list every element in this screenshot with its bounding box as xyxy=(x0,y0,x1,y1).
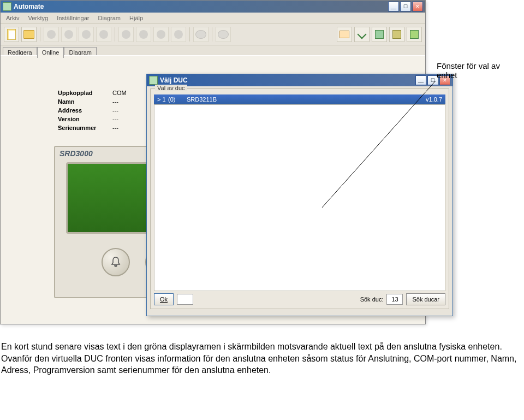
status-value-address: --- xyxy=(112,107,151,114)
callout-text: Fönster för val av enhet xyxy=(437,61,519,80)
app-title: Automate xyxy=(14,3,388,10)
toolbar-right-3[interactable] xyxy=(372,27,387,42)
toolbar-disabled-8 xyxy=(171,27,186,42)
dialog-icon xyxy=(149,76,158,85)
minimize-button[interactable]: __ xyxy=(388,2,399,11)
toolbar-separator xyxy=(40,27,40,42)
menu-arkiv[interactable]: Arkiv xyxy=(3,14,22,22)
status-label-version: Version xyxy=(58,116,112,122)
status-label-namn: Namn xyxy=(58,98,112,105)
maximize-button[interactable]: ☐ xyxy=(400,2,411,11)
status-label-address: Address xyxy=(58,107,112,114)
toolbar-right-5[interactable] xyxy=(407,27,422,42)
toolbar xyxy=(1,24,425,45)
open-button[interactable] xyxy=(21,27,37,42)
bell-icon xyxy=(109,256,122,269)
toolbar-separator xyxy=(115,27,115,42)
app-icon xyxy=(3,2,11,11)
titlebar: Automate __ ☐ ✕ xyxy=(1,1,425,13)
toolbar-separator xyxy=(189,27,190,42)
toolbar-disabled-1 xyxy=(44,27,59,42)
toolbar-separator xyxy=(212,27,212,42)
status-value-serienummer: --- xyxy=(112,125,151,131)
search-duc-label: Sök duc: xyxy=(360,296,384,303)
toolbar-disabled-10 xyxy=(216,27,231,42)
close-button[interactable]: ✕ xyxy=(412,2,423,11)
menu-diagram[interactable]: Diagram xyxy=(94,14,124,22)
row-paren: (0) xyxy=(168,96,187,103)
search-duc-input[interactable]: 13 xyxy=(386,294,403,305)
row-index: > 1 xyxy=(157,96,168,103)
dialog-minimize-button[interactable]: __ xyxy=(415,75,426,85)
alarm-button[interactable] xyxy=(102,248,130,276)
row-version: v1.0.7 xyxy=(409,96,442,103)
device-model-label: SRD3000 xyxy=(59,149,93,158)
ok-button[interactable]: Ok xyxy=(154,293,174,305)
dialog-group-label: Val av duc xyxy=(155,85,187,91)
description-paragraph: En kort stund senare visas text i den gr… xyxy=(1,341,523,376)
row-name: SRD3211B xyxy=(187,96,409,103)
new-file-button[interactable] xyxy=(4,27,19,42)
menu-installningar[interactable]: Inställningar xyxy=(53,14,92,22)
toolbar-disabled-6 xyxy=(136,27,151,42)
dialog-footer: Ok Sök duc: 13 Sök ducar xyxy=(154,292,445,306)
toolbar-disabled-4 xyxy=(96,27,111,42)
menubar: Arkiv Verktyg Inställningar Diagram Hjäl… xyxy=(1,13,425,24)
toolbar-disabled-3 xyxy=(79,27,94,42)
dialog-title: Välj DUC xyxy=(160,76,415,84)
dialog-groupbox: Val av duc > 1 (0) SRD3211B v1.0.7 Ok Sö… xyxy=(150,88,449,309)
duc-list-row[interactable]: > 1 (0) SRD3211B v1.0.7 xyxy=(154,94,445,104)
toolbar-disabled-5 xyxy=(118,27,134,42)
select-duc-dialog: Välj DUC __ ☐ ✕ Val av duc > 1 (0) SRD32… xyxy=(146,74,453,316)
toolbar-right-2[interactable] xyxy=(354,27,370,42)
menu-verktyg[interactable]: Verktyg xyxy=(25,14,51,22)
footer-field[interactable] xyxy=(177,294,193,305)
status-value-namn: --- xyxy=(112,98,151,105)
status-label-serienummer: Serienummer xyxy=(58,125,112,131)
toolbar-right-1[interactable] xyxy=(337,27,352,42)
toolbar-disabled-2 xyxy=(61,27,76,42)
search-ducar-button[interactable]: Sök ducar xyxy=(406,293,445,305)
dialog-titlebar: Välj DUC __ ☐ ✕ xyxy=(147,74,452,86)
tab-online[interactable]: Online xyxy=(37,47,64,58)
status-value-version: --- xyxy=(112,116,151,122)
menu-hjalp[interactable]: Hjälp xyxy=(126,14,146,22)
toolbar-right-4[interactable] xyxy=(389,27,404,42)
duc-list-area[interactable] xyxy=(154,104,445,291)
toolbar-disabled-7 xyxy=(153,27,169,42)
toolbar-disabled-9 xyxy=(193,27,209,42)
status-value-uppkopplad: COM xyxy=(112,90,151,96)
status-panel: UppkoppladCOM Namn--- Address--- Version… xyxy=(58,88,151,132)
status-label-uppkopplad: Uppkopplad xyxy=(58,90,112,96)
